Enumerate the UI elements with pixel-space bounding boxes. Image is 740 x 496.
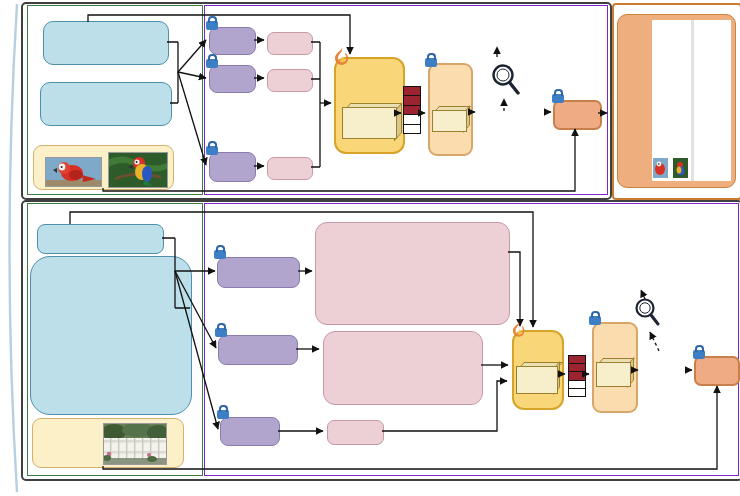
lock-icon bbox=[589, 316, 601, 325]
example-codeN-box bbox=[327, 420, 384, 445]
example-fuser-model-label bbox=[596, 362, 631, 387]
rank-bar bbox=[569, 381, 585, 389]
lock-icon bbox=[693, 350, 705, 359]
input-instruction-box bbox=[43, 21, 169, 65]
rank-bar bbox=[404, 125, 420, 133]
llm1-box bbox=[209, 27, 256, 55]
example-code1-box bbox=[315, 222, 510, 325]
lock-icon bbox=[552, 94, 564, 103]
explanation-row-2 bbox=[672, 20, 693, 181]
lock-icon bbox=[425, 58, 437, 67]
fire-icon bbox=[334, 47, 350, 65]
rank-bar bbox=[569, 372, 585, 380]
rank-bar bbox=[569, 356, 585, 364]
example-llmN-box bbox=[220, 417, 280, 446]
fire-icon bbox=[512, 321, 526, 337]
example-label bbox=[8, 300, 30, 432]
llmN-box bbox=[209, 152, 256, 182]
llm2-box bbox=[209, 65, 256, 93]
rank-bars bbox=[403, 86, 421, 134]
figure-canvas bbox=[0, 0, 740, 496]
codeN-box bbox=[267, 157, 313, 180]
example-rank-bars bbox=[568, 355, 586, 397]
visual-explanations-rows bbox=[652, 20, 731, 181]
fuser-model-label bbox=[432, 110, 467, 132]
parrot-thumb-2 bbox=[673, 158, 688, 178]
example-code2-box bbox=[323, 331, 483, 405]
lock-icon bbox=[214, 250, 226, 259]
lock-icon bbox=[206, 146, 218, 155]
example-ranker-model-label bbox=[516, 366, 558, 394]
executor-box bbox=[553, 100, 602, 130]
rank-bar bbox=[569, 364, 585, 372]
rank-bar bbox=[404, 115, 420, 124]
fence-image bbox=[103, 423, 167, 465]
example-icl-box bbox=[30, 256, 192, 415]
explanation-row-1 bbox=[652, 20, 672, 181]
methodology-label bbox=[8, 14, 30, 186]
rank-bar bbox=[404, 87, 420, 96]
magnifier-icon bbox=[489, 60, 523, 100]
ranker-model-label bbox=[342, 107, 397, 139]
example-executor-box bbox=[694, 356, 740, 386]
rank-bar bbox=[569, 389, 585, 396]
lock-icon bbox=[215, 328, 227, 337]
commandr-box bbox=[217, 257, 300, 288]
parrot-image-2 bbox=[108, 152, 168, 188]
magnifier-icon bbox=[633, 296, 663, 330]
code1-box bbox=[267, 32, 313, 55]
parrot-image-1 bbox=[45, 157, 102, 187]
visual-explanations-title bbox=[621, 22, 649, 180]
parrot-thumb-1 bbox=[653, 158, 668, 178]
lock-icon bbox=[206, 59, 218, 68]
lock-icon bbox=[206, 21, 218, 30]
lock-icon bbox=[217, 410, 229, 419]
explanation-row-4 bbox=[693, 20, 694, 181]
rank-bar bbox=[404, 106, 420, 115]
in-context-examples-box bbox=[40, 82, 172, 126]
rank-bar bbox=[404, 96, 420, 105]
mixtral-box bbox=[218, 335, 298, 365]
code2-box bbox=[267, 69, 313, 92]
example-instruction-box bbox=[37, 224, 164, 254]
